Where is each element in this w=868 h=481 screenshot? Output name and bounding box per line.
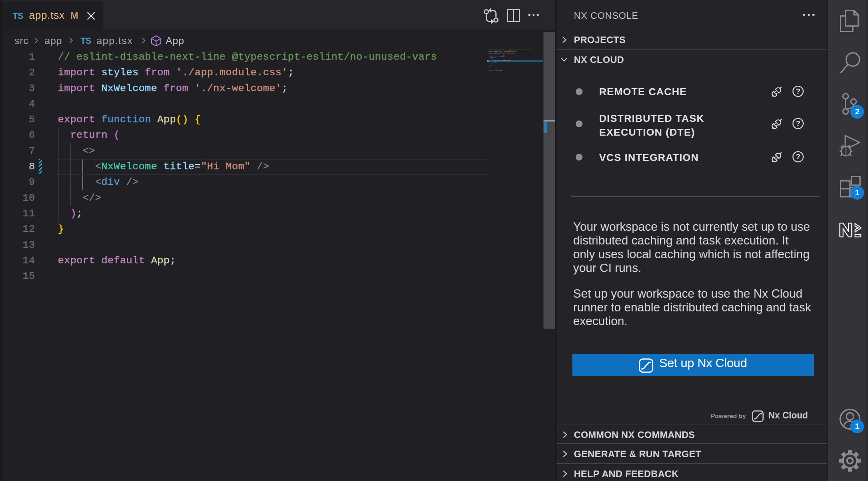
svg-text:?: ? <box>796 152 800 161</box>
svg-text:?: ? <box>796 87 800 95</box>
svg-text:?: ? <box>796 119 800 127</box>
